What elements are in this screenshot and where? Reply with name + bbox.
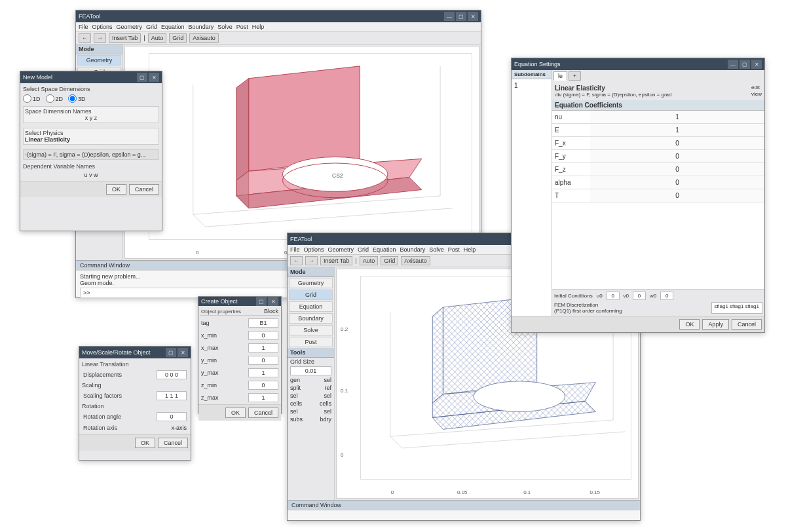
coeff-input[interactable]: 0 xyxy=(590,176,764,189)
mode-geometry[interactable]: Geometry xyxy=(289,278,333,288)
row-input[interactable]: 1 xyxy=(248,343,278,352)
row-input[interactable]: 1 xyxy=(248,393,278,402)
menu-post[interactable]: Post xyxy=(448,246,460,253)
ok-button[interactable]: OK xyxy=(679,319,700,330)
menu-help[interactable]: Help xyxy=(464,246,476,253)
grid-button[interactable]: Grid xyxy=(169,33,187,43)
menu-boundary[interactable]: Boundary xyxy=(400,246,426,253)
apply-button[interactable]: Apply xyxy=(702,319,729,330)
minimize-icon[interactable]: — xyxy=(444,12,455,21)
tab-add[interactable]: + xyxy=(569,71,581,81)
coeff-input[interactable]: 0 xyxy=(590,163,764,176)
cancel-button[interactable]: Cancel xyxy=(129,184,159,195)
close-icon[interactable]: ✕ xyxy=(468,12,478,21)
row-input[interactable]: 0 xyxy=(248,381,278,390)
coeff-input[interactable]: 0 xyxy=(590,150,764,162)
edit-link[interactable]: edit xyxy=(751,85,762,90)
init-w0-input[interactable]: 0 xyxy=(660,292,673,300)
menu-file[interactable]: File xyxy=(79,24,88,30)
insert-tab-button[interactable]: Insert Tab xyxy=(109,33,141,43)
menu-options[interactable]: Options xyxy=(304,246,324,253)
ok-button[interactable]: OK xyxy=(106,184,126,195)
mode-grid[interactable]: Grid xyxy=(289,290,333,300)
tool-row[interactable]: selsel xyxy=(288,392,334,400)
grid-size-input[interactable]: 0.01 xyxy=(290,366,331,375)
nav-fwd-icon[interactable]: → xyxy=(305,256,318,265)
menu-grid[interactable]: Grid xyxy=(358,246,369,253)
mode-boundary[interactable]: Boundary xyxy=(289,313,333,324)
maximize-icon[interactable]: ▢ xyxy=(256,297,267,306)
close-icon[interactable]: ✕ xyxy=(149,73,159,82)
plot-3d-geometry[interactable]: CS2 0.2 0.1 0 0 0.05 0.1 xyxy=(124,46,479,259)
mode-solve[interactable]: Solve xyxy=(289,325,333,335)
menu-geometry[interactable]: Geometry xyxy=(117,24,143,30)
auto-button[interactable]: Auto xyxy=(360,256,379,265)
close-icon[interactable]: ✕ xyxy=(751,60,762,69)
close-icon[interactable]: ✕ xyxy=(268,297,278,306)
tool-row[interactable]: splitref xyxy=(288,384,334,392)
coeff-input[interactable]: 1 xyxy=(590,111,764,123)
titlebar[interactable]: New Model ▢ ✕ xyxy=(20,71,162,83)
close-icon[interactable]: ✕ xyxy=(178,348,188,357)
nav-back-icon[interactable]: ← xyxy=(290,256,303,265)
command-window[interactable] xyxy=(288,510,640,520)
menu-geometry[interactable]: Geometry xyxy=(328,246,354,253)
subdomain-item[interactable]: 1 xyxy=(512,79,552,325)
menu-grid[interactable]: Grid xyxy=(146,24,157,30)
ok-button[interactable]: OK xyxy=(225,408,246,418)
tool-row[interactable]: cellscells xyxy=(288,400,334,408)
init-v0-input[interactable]: 0 xyxy=(633,292,646,300)
maximize-icon[interactable]: ▢ xyxy=(166,348,176,357)
tool-row[interactable]: selsel xyxy=(288,408,334,415)
cancel-button[interactable]: Cancel xyxy=(732,319,762,330)
row-input[interactable]: 1 xyxy=(248,368,278,377)
insert-tab-button[interactable]: Insert Tab xyxy=(320,256,352,265)
rotation-axis-value[interactable]: x-axis xyxy=(171,425,187,431)
nav-back-icon[interactable]: ← xyxy=(79,33,91,43)
coeff-input[interactable]: 0 xyxy=(590,137,764,149)
titlebar[interactable]: Equation Settings — ▢ ✕ xyxy=(512,58,764,70)
space-dim-radio[interactable]: 1D 2D 3D xyxy=(23,94,159,103)
scaling-input[interactable]: 1 1 1 xyxy=(157,391,187,400)
maximize-icon[interactable]: ▢ xyxy=(456,12,466,21)
menu-boundary[interactable]: Boundary xyxy=(189,24,214,30)
menu-post[interactable]: Post xyxy=(236,24,248,30)
row-input[interactable]: 0 xyxy=(248,356,278,365)
titlebar[interactable]: Create Object ▢ ✕ xyxy=(198,297,281,306)
fem-input[interactable]: sflag1 sflag1 sflag1 xyxy=(711,302,763,314)
axisauto-button[interactable]: Axisauto xyxy=(189,33,219,43)
menu-solve[interactable]: Solve xyxy=(429,246,444,253)
cancel-button[interactable]: Cancel xyxy=(158,438,188,448)
mode-equation[interactable]: Equation xyxy=(289,301,333,312)
coeff-input[interactable]: 1 xyxy=(590,124,764,136)
ok-button[interactable]: OK xyxy=(135,438,155,448)
mode-post[interactable]: Post xyxy=(289,337,333,347)
minimize-icon[interactable]: — xyxy=(728,60,738,69)
nav-fwd-icon[interactable]: → xyxy=(94,33,106,43)
menu-equation[interactable]: Equation xyxy=(373,246,396,253)
maximize-icon[interactable]: ▢ xyxy=(137,73,147,82)
rotation-angle-input[interactable]: 0 xyxy=(157,412,187,421)
axisauto-button[interactable]: Axisauto xyxy=(401,256,430,265)
row-input[interactable]: 0 xyxy=(248,331,278,340)
menu-file[interactable]: File xyxy=(290,246,300,253)
auto-button[interactable]: Auto xyxy=(148,33,167,43)
init-u0-input[interactable]: 0 xyxy=(607,292,620,300)
cancel-button[interactable]: Cancel xyxy=(248,408,278,418)
mode-geometry[interactable]: Geometry xyxy=(77,55,121,66)
grid-button[interactable]: Grid xyxy=(381,256,398,265)
maximize-icon[interactable]: ▢ xyxy=(739,60,750,69)
menu-help[interactable]: Help xyxy=(252,24,265,30)
tool-row[interactable]: subsbdry xyxy=(288,415,334,423)
view-link[interactable]: view xyxy=(751,91,762,97)
titlebar[interactable]: FEATool — ▢ ✕ xyxy=(76,10,481,22)
menu-options[interactable]: Options xyxy=(92,24,113,30)
menu-solve[interactable]: Solve xyxy=(217,24,233,30)
titlebar[interactable]: Move/Scale/Rotate Object ▢ ✕ xyxy=(79,347,191,358)
tab-le[interactable]: le xyxy=(553,71,567,81)
coeff-input[interactable]: 0 xyxy=(590,189,764,202)
displacements-input[interactable]: 0 0 0 xyxy=(157,370,187,379)
row-input[interactable]: B1 xyxy=(248,318,278,328)
tool-row[interactable]: gensel xyxy=(288,376,334,384)
menu-equation[interactable]: Equation xyxy=(161,24,185,30)
